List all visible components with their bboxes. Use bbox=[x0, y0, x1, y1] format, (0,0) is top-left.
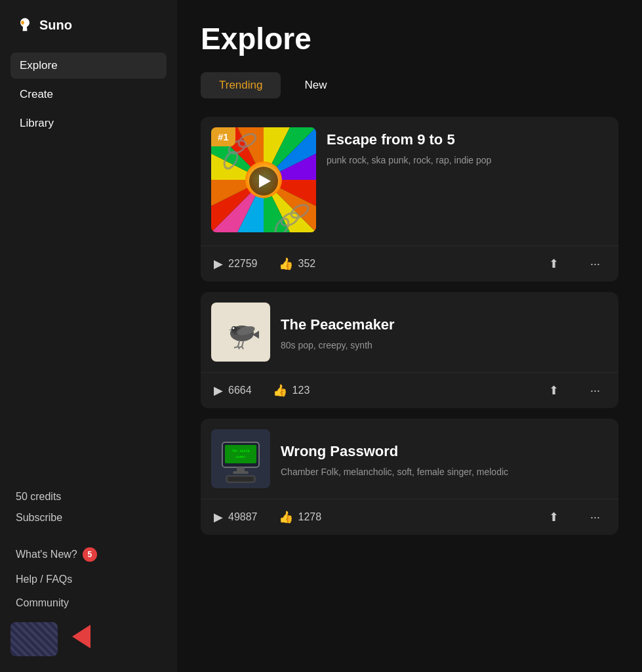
arrow-indicator bbox=[72, 625, 90, 648]
song-title-1: Escape from 9 to 5 bbox=[327, 131, 608, 148]
play-button-1[interactable] bbox=[249, 167, 278, 196]
card-bottom-2: ▶ 6664 👍 123 ⬆ ··· bbox=[201, 372, 618, 408]
tabs-bar: Trending New bbox=[201, 72, 618, 98]
card-top-1: #1 Escape from 9 to 5 punk rock, ska pun… bbox=[201, 117, 618, 245]
tab-new[interactable]: New bbox=[286, 72, 345, 98]
logo: Suno bbox=[10, 16, 167, 34]
sidebar-item-explore[interactable]: Explore bbox=[10, 52, 167, 79]
song-card-3: TRY AGAIN -DUMMY- Wrong Password Chamber… bbox=[201, 419, 618, 535]
play-stat-icon-2: ▶ bbox=[214, 383, 223, 398]
play-count-1[interactable]: ▶ 22759 bbox=[214, 257, 258, 271]
like-count-3[interactable]: 👍 1278 bbox=[279, 510, 322, 524]
peacemaker-art bbox=[214, 306, 267, 358]
help-link[interactable]: Help / FAQs bbox=[10, 570, 167, 589]
play-stat-icon-3: ▶ bbox=[214, 510, 223, 524]
song-tags-1: punk rock, ska punk, rock, rap, indie po… bbox=[327, 154, 608, 167]
album-art-3[interactable]: TRY AGAIN -DUMMY- bbox=[211, 429, 270, 488]
play-stat-icon-1: ▶ bbox=[214, 257, 223, 271]
like-icon-2: 👍 bbox=[273, 383, 287, 398]
share-button-3[interactable]: ⬆ bbox=[544, 507, 564, 527]
svg-point-29 bbox=[233, 327, 235, 329]
card-top-3: TRY AGAIN -DUMMY- Wrong Password Chamber… bbox=[201, 419, 618, 499]
svg-rect-41 bbox=[225, 445, 256, 463]
rank-badge-1: #1 bbox=[211, 127, 235, 146]
song-info-3: Wrong Password Chamber Folk, melancholic… bbox=[281, 439, 608, 479]
whats-new-link[interactable]: What's New? 5 bbox=[10, 543, 167, 566]
logo-icon bbox=[16, 16, 34, 34]
song-info-2: The Peacemaker 80s pop, creepy, synth bbox=[281, 312, 608, 352]
wrong-password-art: TRY AGAIN -DUMMY- bbox=[214, 432, 267, 485]
sidebar-bottom: 50 credits Subscribe What's New? 5 Help … bbox=[10, 488, 167, 656]
tab-trending[interactable]: Trending bbox=[201, 72, 281, 98]
svg-rect-44 bbox=[237, 467, 245, 471]
svg-text:-DUMMY-: -DUMMY- bbox=[235, 455, 247, 459]
play-count-3[interactable]: ▶ 49887 bbox=[214, 510, 258, 524]
card-top-2: The Peacemaker 80s pop, creepy, synth bbox=[201, 292, 618, 372]
more-button-3[interactable]: ··· bbox=[585, 508, 605, 527]
card-bottom-3: ▶ 49887 👍 1278 ⬆ ··· bbox=[201, 499, 618, 535]
subscribe-button[interactable]: Subscribe bbox=[10, 509, 167, 526]
play-count-2[interactable]: ▶ 6664 bbox=[214, 383, 252, 398]
svg-point-0 bbox=[21, 21, 24, 25]
sidebar-item-library[interactable]: Library bbox=[10, 110, 167, 136]
main-content: Explore Trending New bbox=[177, 0, 642, 672]
like-count-2[interactable]: 👍 123 bbox=[273, 383, 310, 398]
more-button-2[interactable]: ··· bbox=[585, 381, 605, 400]
community-link[interactable]: Community bbox=[10, 593, 167, 613]
svg-rect-47 bbox=[229, 477, 252, 481]
like-count-1[interactable]: 👍 352 bbox=[279, 257, 316, 271]
song-title-3: Wrong Password bbox=[281, 443, 608, 460]
album-art-wrap-1: #1 bbox=[211, 127, 316, 235]
whats-new-badge: 5 bbox=[83, 547, 97, 562]
share-button-1[interactable]: ⬆ bbox=[544, 254, 564, 274]
like-icon-3: 👍 bbox=[279, 510, 293, 524]
like-icon-1: 👍 bbox=[279, 257, 293, 271]
more-button-1[interactable]: ··· bbox=[585, 255, 605, 274]
song-info-1: Escape from 9 to 5 punk rock, ska punk, … bbox=[327, 127, 608, 167]
page-title: Explore bbox=[201, 21, 618, 56]
credits: 50 credits bbox=[10, 488, 167, 505]
song-title-2: The Peacemaker bbox=[281, 316, 608, 333]
svg-text:TRY AGAIN: TRY AGAIN bbox=[231, 449, 249, 453]
song-tags-2: 80s pop, creepy, synth bbox=[281, 339, 608, 352]
app-name: Suno bbox=[39, 18, 72, 33]
song-card-1: #1 Escape from 9 to 5 punk rock, ska pun… bbox=[201, 117, 618, 282]
card-bottom-1: ▶ 22759 👍 352 ⬆ ··· bbox=[201, 245, 618, 282]
nav-items: Explore Create Library bbox=[10, 52, 167, 136]
share-button-2[interactable]: ⬆ bbox=[544, 381, 564, 400]
sidebar-item-create[interactable]: Create bbox=[10, 81, 167, 108]
song-card-2: The Peacemaker 80s pop, creepy, synth ▶ … bbox=[201, 292, 618, 408]
play-icon-1 bbox=[259, 175, 271, 188]
svg-rect-45 bbox=[233, 471, 249, 474]
song-tags-3: Chamber Folk, melancholic, soft, female … bbox=[281, 465, 608, 479]
user-avatar[interactable] bbox=[10, 622, 58, 656]
album-art-2[interactable] bbox=[211, 303, 270, 362]
sidebar: Suno Explore Create Library 50 credits S… bbox=[0, 0, 177, 672]
